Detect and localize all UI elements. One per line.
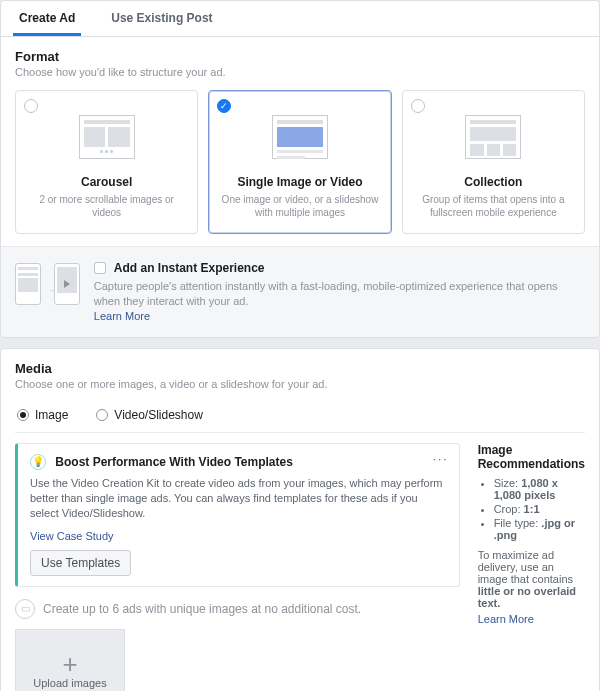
- tab-use-existing[interactable]: Use Existing Post: [105, 1, 218, 36]
- card-title: Collection: [413, 175, 574, 189]
- tab-create-ad[interactable]: Create Ad: [13, 1, 81, 36]
- instant-experience-strip: → Add an Instant Experience Capture peop…: [1, 246, 599, 337]
- view-case-study-link[interactable]: View Case Study: [30, 530, 114, 542]
- instant-thumb-icon: →: [15, 261, 80, 307]
- collection-mock-icon: [465, 115, 521, 159]
- format-cards: Carousel 2 or more scrollable images or …: [15, 90, 585, 234]
- instant-checkbox[interactable]: [94, 262, 106, 274]
- create-note: ▭ Create up to 6 ads with unique images …: [15, 599, 460, 619]
- radio-video[interactable]: Video/Slideshow: [96, 408, 203, 422]
- media-title: Media: [15, 361, 585, 376]
- recs-type: File type: .jpg or .png: [494, 517, 585, 541]
- use-templates-button[interactable]: Use Templates: [30, 550, 131, 576]
- format-card-single[interactable]: ✓ Single Image or Video One image or vid…: [208, 90, 391, 234]
- instant-title: Add an Instant Experience: [114, 261, 265, 275]
- radio-label: Image: [35, 408, 68, 422]
- image-recommendations: Image Recommendations Size: 1,080 x 1,08…: [478, 443, 585, 691]
- format-title: Format: [15, 49, 585, 64]
- recs-title: Image Recommendations: [478, 443, 585, 471]
- format-subtitle: Choose how you'd like to structure your …: [15, 66, 585, 78]
- instant-learn-more-link[interactable]: Learn More: [94, 310, 150, 322]
- card-desc: 2 or more scrollable images or videos: [26, 193, 187, 219]
- upload-images-tile[interactable]: + Upload images: [15, 629, 125, 691]
- tip-desc: Use the Video Creation Kit to create vid…: [30, 476, 447, 522]
- media-left-col: ··· 💡 Boost Performance With Video Templ…: [15, 443, 460, 691]
- instant-desc: Capture people's attention instantly wit…: [94, 279, 585, 309]
- card-title: Single Image or Video: [219, 175, 380, 189]
- more-icon[interactable]: ···: [433, 452, 449, 466]
- radio-selected-icon: [17, 409, 29, 421]
- media-panel: Media Choose one or more images, a video…: [0, 348, 600, 691]
- format-card-carousel[interactable]: Carousel 2 or more scrollable images or …: [15, 90, 198, 234]
- single-mock-icon: [272, 115, 328, 159]
- carousel-mock-icon: [79, 115, 135, 159]
- recs-learn-more-link[interactable]: Learn More: [478, 613, 534, 625]
- radio-unselected-icon: [96, 409, 108, 421]
- video-tip-card: ··· 💡 Boost Performance With Video Templ…: [15, 443, 460, 587]
- radio-unchecked-icon: [411, 99, 425, 113]
- recs-size: Size: 1,080 x 1,080 pixels: [494, 477, 585, 501]
- format-panel: Create Ad Use Existing Post Format Choos…: [0, 0, 600, 338]
- media-type-radios: Image Video/Slideshow: [15, 400, 585, 433]
- recs-crop: Crop: 1:1: [494, 503, 585, 515]
- format-card-collection[interactable]: Collection Group of items that opens int…: [402, 90, 585, 234]
- instant-body: Add an Instant Experience Capture people…: [94, 261, 585, 323]
- create-note-text: Create up to 6 ads with unique images at…: [43, 602, 361, 616]
- recs-note: To maximize ad delivery, use an image th…: [478, 549, 585, 609]
- radio-label: Video/Slideshow: [114, 408, 203, 422]
- card-desc: One image or video, or a slideshow with …: [219, 193, 380, 219]
- media-subtitle: Choose one or more images, a video or a …: [15, 378, 585, 390]
- upload-label: Upload images: [33, 677, 106, 689]
- lightbulb-icon: 💡: [30, 454, 46, 470]
- radio-checked-icon: ✓: [217, 99, 231, 113]
- card-title: Carousel: [26, 175, 187, 189]
- images-count-icon: ▭: [15, 599, 35, 619]
- tip-title: Boost Performance With Video Templates: [55, 455, 293, 469]
- radio-image[interactable]: Image: [17, 408, 68, 422]
- radio-unchecked-icon: [24, 99, 38, 113]
- format-section: Format Choose how you'd like to structur…: [1, 37, 599, 246]
- plus-icon: +: [62, 658, 77, 671]
- card-desc: Group of items that opens into a fullscr…: [413, 193, 574, 219]
- ad-tabs: Create Ad Use Existing Post: [1, 1, 599, 37]
